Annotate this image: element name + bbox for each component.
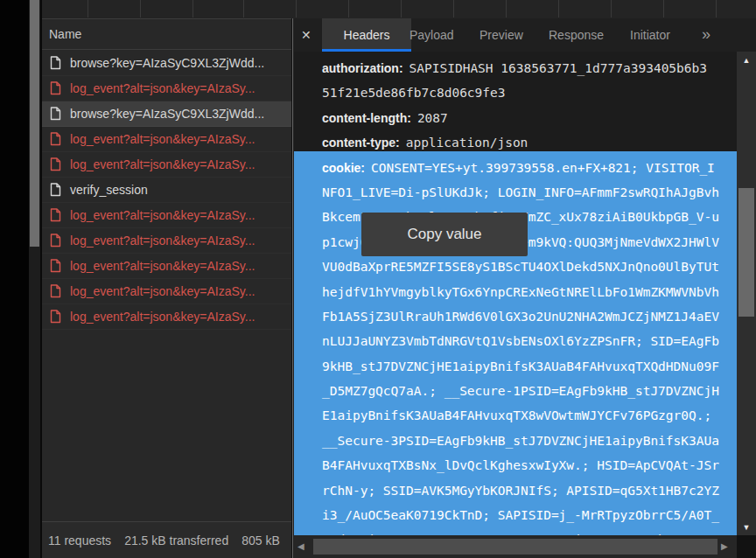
transferred-size: 21.5 kB transferred	[124, 534, 228, 548]
name-column-header[interactable]: Name	[42, 19, 291, 50]
header-name: authorization:	[322, 61, 403, 75]
request-name: verify_session	[70, 183, 148, 197]
outer-scrollbar-thumb[interactable]	[30, 0, 39, 247]
scroll-left-icon[interactable]: ◀	[298, 535, 304, 558]
request-name: browse?key=AIzaSyC9XL3ZjWdd...	[70, 56, 264, 70]
request-list: browse?key=AIzaSyC9XL3ZjWdd... log_event…	[42, 51, 291, 330]
vertical-scrollbar-thumb[interactable]	[738, 188, 754, 317]
document-icon	[50, 310, 61, 324]
request-name: log_event?alt=json&key=AIzaSy...	[70, 81, 255, 95]
document-icon	[50, 81, 61, 95]
header-line: authorization:SAPISIDHASH 1638563771_1d7…	[322, 56, 737, 80]
header-value-line: B4FAHvuxqTXBsNx_lDvQclKghesxwIyXw.; HSID…	[322, 453, 737, 478]
request-row[interactable]: log_event?alt=json&key=AIzaSy...	[42, 152, 291, 178]
scroll-down-icon[interactable]: ▼	[737, 520, 756, 534]
column-divider	[611, 0, 612, 17]
header-value-line: Fb1A5SjZ3UlRraUh1RWd6V0lGX3o2UnU2NHA2WmJ…	[322, 304, 737, 329]
detail-tab-bar: ✕ HeadersPayloadPreviewResponseInitiator…	[294, 18, 756, 52]
request-row[interactable]: log_event?alt=json&key=AIzaSy...	[42, 76, 291, 101]
header-name: cookie:	[322, 161, 365, 175]
request-count: 11 requests	[48, 534, 111, 548]
horizontal-scrollbar-thumb[interactable]	[313, 539, 718, 555]
tab-headers[interactable]: Headers	[322, 18, 411, 52]
header-value-line: i3_/AuOC5eaK0719CkTnD; SAPISID=j_-MrRTpy…	[322, 503, 737, 527]
document-icon	[50, 107, 61, 121]
document-icon	[50, 284, 61, 298]
horizontal-scrollbar[interactable]: ◀ ▶	[294, 535, 737, 558]
header-value-line: 51f21e5de86fb7c8d06c9fe3	[322, 80, 737, 105]
header-value-line: QOdJQEiTWLvJZ; __Secure-1PAPISID=j_-MrRT…	[322, 527, 737, 535]
header-value: application/json	[406, 136, 528, 150]
header-value-line: hejdfV1hYVmgyblkyTGx6YnpCRExNeGtNRElLbFo…	[322, 280, 737, 304]
document-icon	[50, 157, 61, 171]
tab-payload[interactable]: Payload	[410, 18, 454, 52]
tab-initiator[interactable]: Initiator	[630, 18, 670, 52]
document-icon	[50, 208, 61, 222]
request-row[interactable]: browse?key=AIzaSyC9XL3ZjWdd...	[42, 101, 291, 127]
scroll-right-icon[interactable]: ▶	[721, 535, 728, 558]
network-request-panel: Name browse?key=AIzaSyC9XL3ZjWdd... log_…	[42, 19, 291, 558]
tab-response[interactable]: Response	[549, 18, 604, 52]
more-tabs-icon[interactable]: »	[702, 18, 710, 52]
resources-size: 805 kB	[242, 534, 280, 548]
request-row[interactable]: log_event?alt=json&key=AIzaSy...	[42, 304, 291, 330]
document-icon	[50, 234, 61, 248]
header-value-line: rChN-y; SSID=AVK5MGyYbKORJNIfS; APISID=q…	[322, 478, 737, 503]
headers-detail-pane: authorization:SAPISIDHASH 1638563771_1d7…	[294, 52, 737, 535]
request-row[interactable]: browse?key=AIzaSyC9XL3ZjWdd...	[42, 51, 291, 76]
copy-value-button[interactable]: Copy value	[361, 213, 528, 256]
header-value-line: nLUJJaUNYZ3VmbTdNRGVtQ1VsbENsOXl6YzZPSnF…	[322, 329, 737, 353]
document-icon	[50, 56, 61, 70]
request-row[interactable]: log_event?alt=json&key=AIzaSy...	[42, 254, 291, 279]
scrollbar-corner	[737, 535, 756, 558]
header-entry: content-length:2087	[294, 106, 737, 130]
column-divider	[506, 0, 507, 17]
column-divider	[453, 0, 454, 17]
column-divider	[88, 0, 88, 17]
header-entry: authorization:SAPISIDHASH 1638563771_1d7…	[294, 56, 737, 106]
request-name: log_event?alt=json&key=AIzaSy...	[70, 284, 255, 298]
request-row[interactable]: log_event?alt=json&key=AIzaSy...	[42, 228, 291, 254]
column-divider	[192, 0, 193, 17]
request-name: log_event?alt=json&key=AIzaSy...	[70, 310, 255, 324]
header-name: content-type:	[322, 136, 400, 150]
vertical-scrollbar[interactable]: ▲ ▼	[737, 52, 756, 535]
request-name: browse?key=AIzaSyC9XL3ZjWdd...	[70, 107, 264, 121]
devtools-window: Name browse?key=AIzaSyC9XL3ZjWdd... log_…	[0, 0, 756, 558]
header-value-line: E1aipyBnifsK3AUaB4FAHvuxqTX8wVOwtmWJYCFv…	[322, 403, 737, 428]
column-divider	[348, 0, 349, 17]
document-icon	[50, 183, 61, 197]
request-name: log_event?alt=json&key=AIzaSy...	[70, 132, 255, 146]
copy-value-label: Copy value	[407, 226, 481, 243]
header-line: cookie:CONSENT=YES+yt.399739558.en+FX+82…	[322, 156, 737, 180]
close-icon[interactable]: ✕	[301, 18, 312, 52]
header-value: 2087	[417, 111, 448, 125]
request-row[interactable]: log_event?alt=json&key=AIzaSy...	[42, 203, 291, 228]
tab-preview[interactable]: Preview	[480, 18, 523, 52]
header-entry: cookie:CONSENT=YES+yt.399739558.en+FX+82…	[294, 151, 737, 535]
header-value: CONSENT=YES+yt.399739558.en+FX+821; VISI…	[371, 161, 715, 175]
request-name: log_event?alt=json&key=AIzaSy...	[70, 259, 255, 273]
header-value-line: 9kHB_stJ7DVZNCjHE1aipyBnifsK3AUaB4FAHvux…	[322, 354, 737, 379]
column-divider	[243, 0, 244, 17]
header-value-line: VU0dBaXprRE5MZFI5SE8yS1BScTU4OXlDekd5NXJ…	[322, 255, 737, 279]
document-icon	[50, 259, 61, 273]
request-row[interactable]: log_event?alt=json&key=AIzaSy...	[42, 279, 291, 304]
column-divider	[558, 0, 559, 17]
request-row[interactable]: verify_session	[42, 178, 291, 203]
header-value-line: _D5MZ7gQcQ7aA.; __Secure-1PSID=EAgFb9kHB…	[322, 379, 737, 403]
network-summary-bar: 11 requests 21.5 kB transferred 805 kB	[42, 521, 291, 558]
table-header-strip	[42, 0, 756, 19]
column-divider	[716, 0, 717, 17]
document-icon	[50, 132, 61, 146]
column-divider	[401, 0, 402, 17]
header-line: content-length:2087	[322, 106, 737, 130]
header-value-line: __Secure-3PSID=EAgFb9kHB_stJ7DVZNCjHE1ai…	[322, 429, 737, 453]
column-divider	[663, 0, 664, 17]
column-divider	[296, 0, 297, 17]
request-name: log_event?alt=json&key=AIzaSy...	[70, 157, 255, 171]
background-strip	[0, 0, 29, 558]
header-name: content-length:	[322, 111, 411, 125]
scroll-up-icon[interactable]: ▲	[737, 53, 756, 67]
request-row[interactable]: log_event?alt=json&key=AIzaSy...	[42, 127, 291, 152]
